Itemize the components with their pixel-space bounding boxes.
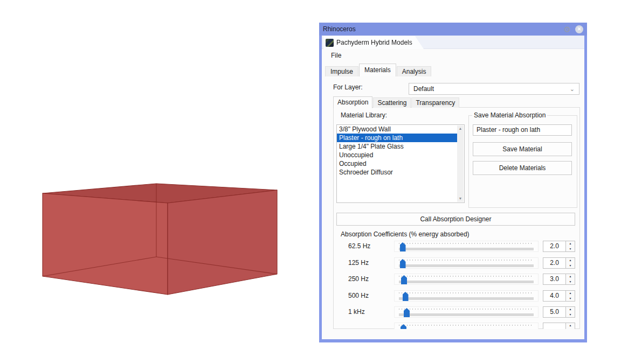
- delete-materials-button[interactable]: Delete Materials: [473, 161, 572, 175]
- layer-dropdown-value: Default: [413, 85, 570, 93]
- coefficient-row: 250 Hz 3.0 ▲▼: [334, 274, 579, 285]
- slider-track[interactable]: [399, 264, 534, 267]
- close-icon[interactable]: ✕: [575, 25, 583, 33]
- red-room-box: [32, 178, 286, 302]
- frequency-label: 500 Hz: [348, 290, 392, 302]
- spinner-value[interactable]: [543, 323, 565, 329]
- titlebar[interactable]: Rhinoceros ⚙ ✕: [319, 23, 587, 36]
- list-item-selected[interactable]: Plaster - rough on lath: [337, 134, 457, 142]
- list-item[interactable]: Occupied: [337, 159, 457, 168]
- slider-track[interactable]: [399, 281, 534, 283]
- spin-down-icon[interactable]: ▼: [566, 328, 575, 330]
- tab-pachyderm-hybrid-models[interactable]: Pachyderm Hybrid Models: [323, 36, 424, 49]
- spin-up-icon[interactable]: ▲: [566, 258, 575, 263]
- absorption-slider-125hz[interactable]: [394, 257, 539, 269]
- frequency-label: 125 Hz: [348, 257, 392, 269]
- spin-up-icon[interactable]: ▲: [566, 274, 575, 279]
- tab-materials[interactable]: Materials: [359, 64, 396, 76]
- scroll-up-icon[interactable]: ▲: [459, 125, 463, 132]
- tab-transparency[interactable]: Transparency: [411, 97, 459, 108]
- value-spinner-250hz[interactable]: 3.0 ▲▼: [543, 274, 575, 285]
- plugin-tab-label: Pachyderm Hybrid Models: [336, 39, 412, 46]
- absorption-slider-250hz[interactable]: [394, 274, 539, 285]
- absorption-slider-1khz[interactable]: [394, 306, 539, 318]
- list-item[interactable]: Schroeder Diffusor: [337, 168, 457, 177]
- list-item[interactable]: 3/8" Plywood Wall: [337, 125, 457, 134]
- list-scrollbar[interactable]: ▲ ▼: [457, 125, 464, 202]
- save-material-button[interactable]: Save Material: [473, 142, 572, 156]
- material-library-label: Material Library:: [341, 111, 387, 119]
- frequency-label: 1 kHz: [348, 306, 392, 318]
- pachyderm-icon: [326, 39, 334, 47]
- layer-dropdown[interactable]: Default ⌄: [409, 83, 579, 95]
- absorption-slider-partial[interactable]: [394, 323, 539, 329]
- slider-track[interactable]: [399, 297, 534, 300]
- frequency-label: 250 Hz: [348, 274, 392, 285]
- spin-down-icon[interactable]: ▼: [566, 247, 575, 252]
- tab-scattering[interactable]: Scattering: [373, 97, 411, 108]
- slider-track[interactable]: [399, 248, 534, 250]
- spinner-value[interactable]: 5.0: [543, 307, 565, 317]
- save-group-title: Save Material Absorption: [472, 111, 547, 119]
- box-face-right[interactable]: [168, 190, 277, 295]
- window-title: Rhinoceros: [323, 25, 564, 33]
- slider-ticks: [399, 325, 534, 326]
- value-spinner-500hz[interactable]: 4.0 ▲▼: [543, 290, 575, 302]
- slider-ticks: [399, 243, 534, 244]
- main-tab-strip: Impulse Materials Analysis: [322, 67, 584, 76]
- tab-absorption[interactable]: Absorption: [333, 96, 372, 108]
- absorption-coefficients-label: Absorption Coefficients (% energy absorb…: [341, 230, 470, 238]
- slider-track[interactable]: [399, 313, 534, 316]
- screen: Rhinoceros ⚙ ✕ Pachyderm Hybrid Models F…: [0, 0, 635, 364]
- sub-tab-strip: Absorption Scattering Transparency: [333, 96, 460, 108]
- value-spinner-1khz[interactable]: 5.0 ▲▼: [543, 306, 575, 318]
- coefficient-row: 62.5 Hz 2.0 ▲▼: [334, 241, 579, 252]
- absorption-panel: Material Library: 3/8" Plywood Wall Plas…: [333, 107, 580, 329]
- list-item[interactable]: Unoccupied: [337, 151, 457, 159]
- coefficient-row: 500 Hz 4.0 ▲▼: [334, 290, 579, 302]
- list-item[interactable]: Large 1/4" Plate Glass: [337, 142, 457, 151]
- for-layer-label: For Layer:: [333, 83, 363, 91]
- value-spinner-125hz[interactable]: 2.0 ▲▼: [543, 257, 575, 269]
- plugin-tab-row: Pachyderm Hybrid Models: [322, 36, 584, 49]
- slider-ticks: [399, 260, 534, 261]
- spin-down-icon[interactable]: ▼: [566, 296, 575, 302]
- window-content: Pachyderm Hybrid Models File Impulse Mat…: [322, 36, 584, 339]
- slider-ticks: [399, 309, 534, 310]
- menu-file[interactable]: File: [328, 50, 344, 61]
- material-library-list[interactable]: 3/8" Plywood Wall Plaster - rough on lat…: [336, 124, 465, 203]
- spin-up-icon[interactable]: ▲: [566, 307, 575, 312]
- gear-icon[interactable]: ⚙: [564, 25, 571, 33]
- value-spinner-62-5hz[interactable]: 2.0 ▲▼: [543, 241, 575, 252]
- menu-bar: File: [322, 50, 584, 61]
- frequency-label: 62.5 Hz: [348, 241, 392, 252]
- rhinoceros-window: Rhinoceros ⚙ ✕ Pachyderm Hybrid Models F…: [319, 23, 587, 342]
- chevron-down-icon: ⌄: [570, 86, 575, 92]
- coefficient-row: 1 kHz 5.0 ▲▼: [334, 306, 579, 318]
- absorption-slider-62-5hz[interactable]: [394, 241, 539, 252]
- slider-ticks: [399, 276, 534, 277]
- scroll-down-icon[interactable]: ▼: [459, 195, 463, 202]
- viewport-3d[interactable]: [32, 178, 286, 302]
- spinner-value[interactable]: 3.0: [543, 274, 565, 284]
- slider-ticks: [399, 292, 534, 293]
- box-face-left[interactable]: [43, 193, 168, 295]
- spin-down-icon[interactable]: ▼: [566, 312, 575, 318]
- spin-up-icon[interactable]: ▲: [566, 241, 575, 247]
- absorption-slider-500hz[interactable]: [394, 290, 539, 302]
- spinner-value[interactable]: 2.0: [543, 258, 565, 268]
- spin-up-icon[interactable]: ▲: [566, 291, 575, 296]
- spinner-value[interactable]: 2.0: [543, 241, 565, 251]
- spinner-value[interactable]: 4.0: [543, 291, 565, 301]
- spin-down-icon[interactable]: ▼: [566, 279, 575, 285]
- coefficient-row-partial: ▲▼: [334, 323, 579, 329]
- spin-up-icon[interactable]: ▲: [566, 323, 575, 328]
- spin-down-icon[interactable]: ▼: [566, 263, 575, 269]
- material-name-input[interactable]: Plaster - rough on lath: [473, 124, 572, 136]
- call-absorption-designer-button[interactable]: Call Absorption Designer: [336, 213, 575, 226]
- materials-page: For Layer: Default ⌄ Absorption Scatteri…: [322, 76, 584, 339]
- value-spinner-partial[interactable]: ▲▼: [543, 323, 575, 329]
- save-material-group: Save Material Absorption Plaster - rough…: [468, 115, 577, 208]
- tab-analysis[interactable]: Analysis: [397, 66, 432, 76]
- tab-impulse[interactable]: Impulse: [325, 66, 358, 76]
